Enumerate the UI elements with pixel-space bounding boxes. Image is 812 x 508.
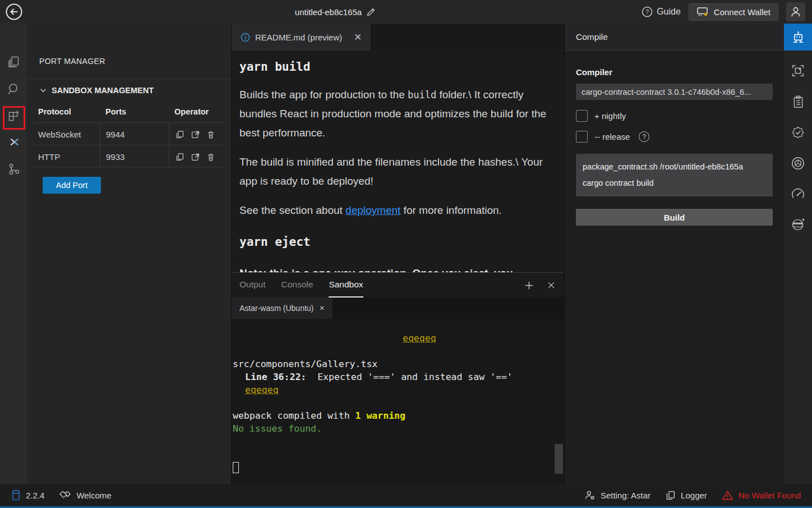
subtab-astar-wasm[interactable]: Astar-wasm (Ubuntu) ✕ <box>232 298 333 319</box>
terminal-line-file: src/components/Gallery.tsx <box>233 358 564 370</box>
copy-icon[interactable] <box>175 130 184 139</box>
status-right: Setting: Astar Logger No Wallet Found <box>584 489 801 501</box>
welcome-label: Welcome <box>76 491 111 500</box>
panel-title: PORT MANAGER <box>39 57 105 66</box>
no-wallet-item[interactable]: No Wallet Found <box>722 490 801 501</box>
port-manager-icon[interactable] <box>0 129 27 155</box>
release-option: -- release ? <box>576 131 773 143</box>
warning-message: Expected '===' and instead saw '==' <box>306 372 513 382</box>
port-cell: 9933 <box>100 145 169 168</box>
connect-wallet-button[interactable]: Connect Wallet <box>689 3 778 21</box>
browser-globe-icon[interactable] <box>784 210 812 237</box>
nightly-checkbox[interactable] <box>576 110 588 122</box>
edit-title-icon[interactable] <box>366 7 376 17</box>
terminal-line-warning: Line 36:22: Expected '===' and instead s… <box>233 370 564 383</box>
terminal-cursor <box>233 462 239 473</box>
back-button[interactable] <box>5 3 23 21</box>
openai-icon[interactable] <box>784 150 812 177</box>
tab-output[interactable]: Output <box>239 273 266 298</box>
open-external-icon[interactable] <box>191 152 200 162</box>
release-checkbox[interactable] <box>576 131 588 143</box>
compile-robot-icon[interactable] <box>784 24 812 51</box>
clipboard-icon[interactable] <box>784 88 812 115</box>
delete-icon[interactable] <box>206 152 215 162</box>
release-label: -- release <box>594 132 630 141</box>
command-line: cargo contract build <box>583 175 766 191</box>
user-settings-icon <box>584 489 596 501</box>
setting-item[interactable]: Setting: Astar <box>584 489 650 501</box>
editor-group: README.md (preview) ✕ yarn build Builds … <box>232 24 564 484</box>
eqeqeq-link[interactable]: eqeqeq <box>245 385 279 395</box>
project-title-wrap: untitled-eb8c165a <box>251 0 419 24</box>
guide-label: Guide <box>657 7 681 17</box>
build-command-box[interactable]: package_contract.sh /root/untitled-eb8c1… <box>576 154 773 196</box>
verify-badge-icon[interactable] <box>784 119 812 146</box>
eqeqeq-link[interactable]: eqeqeq <box>403 333 436 344</box>
svg-text:?: ? <box>645 8 649 15</box>
compiled-text: webpack compiled with <box>233 410 356 421</box>
open-external-icon[interactable] <box>191 130 200 139</box>
sandbox-management-section[interactable]: SANDBOX MANAGEMENT <box>27 79 231 101</box>
build-button[interactable]: Build <box>576 209 773 226</box>
port-cell: 9944 <box>100 123 169 145</box>
deploy-scan-icon[interactable] <box>784 57 812 84</box>
close-subtab-icon[interactable]: ✕ <box>319 304 325 312</box>
terminal-line <box>233 435 564 448</box>
operator-cell <box>169 123 225 145</box>
md-text: Builds the app for production to the <box>239 89 408 100</box>
compiler-select[interactable]: cargo-contract-contract 3.0.1-c746b0d-x8… <box>576 84 773 100</box>
connect-wallet-label: Connect Wallet <box>714 7 771 17</box>
protocol-cell: HTTP <box>33 145 100 168</box>
release-help-icon[interactable]: ? <box>639 131 649 142</box>
git-graph-icon[interactable] <box>0 156 27 182</box>
help-icon: ? <box>642 6 653 17</box>
handshake-icon <box>59 489 71 501</box>
version-item[interactable]: 2.2.4 <box>11 489 44 501</box>
copy-icon[interactable] <box>175 152 184 162</box>
add-port-button[interactable]: Add Port <box>43 177 101 194</box>
terminal-line: eqeqeq <box>233 332 564 345</box>
md-heading-eject: yarn eject <box>239 232 553 251</box>
section-title: SANDBOX MANAGEMENT <box>52 86 154 95</box>
logger-icon <box>665 490 676 501</box>
explorer-icon[interactable] <box>0 49 27 75</box>
subtab-label: Astar-wasm (Ubuntu) <box>239 304 313 313</box>
md-code: build <box>408 89 436 100</box>
project-title: untitled-eb8c165a <box>295 7 362 17</box>
terminal-line-compiled: webpack compiled with 1 warning <box>233 409 564 422</box>
md-note: Note: this is a one-way operation. Once … <box>239 264 553 272</box>
version-label: 2.2.4 <box>26 491 44 500</box>
table-header: Protocol Ports Operator <box>33 101 225 122</box>
gauge-icon[interactable] <box>784 181 812 208</box>
logger-item[interactable]: Logger <box>665 490 707 501</box>
add-terminal-icon[interactable] <box>524 280 534 291</box>
col-protocol: Protocol <box>33 107 100 116</box>
command-line: package_contract.sh /root/untitled-eb8c1… <box>583 159 766 175</box>
deployment-link[interactable]: deployment <box>345 204 400 216</box>
tab-console[interactable]: Console <box>282 273 313 298</box>
delete-icon[interactable] <box>206 130 215 139</box>
search-icon[interactable] <box>0 76 27 102</box>
terminal-cursor-line <box>233 461 564 474</box>
extensions-icon[interactable] <box>0 103 27 129</box>
welcome-item[interactable]: Welcome <box>59 489 111 501</box>
setting-label: Setting: Astar <box>601 491 650 500</box>
terminal-scrollbar-thumb[interactable] <box>555 444 563 474</box>
readme-preview: yarn build Builds the app for production… <box>232 51 564 272</box>
terminal-output[interactable]: eqeqeq src/components/Gallery.tsx Line 3… <box>232 319 564 484</box>
terminal-line <box>233 396 564 409</box>
topbar-right: ? Guide Connect Wallet <box>642 0 805 24</box>
chevron-down-icon <box>39 86 47 94</box>
avatar[interactable] <box>786 2 805 21</box>
table-row: HTTP 9933 <box>33 145 225 167</box>
close-panel-icon[interactable] <box>547 281 556 290</box>
nightly-label: + nightly <box>594 111 626 121</box>
close-tab-icon[interactable]: ✕ <box>354 31 362 43</box>
guide-button[interactable]: ? Guide <box>642 6 681 17</box>
tab-sandbox[interactable]: Sandbox <box>329 273 363 298</box>
md-paragraph: The build is minified and the filenames … <box>239 153 553 191</box>
compile-panel-title: Compile <box>565 24 784 51</box>
tab-readme[interactable]: README.md (preview) ✕ <box>232 24 371 51</box>
compiler-label: Compiler <box>576 67 773 77</box>
wallet-icon <box>696 7 709 17</box>
